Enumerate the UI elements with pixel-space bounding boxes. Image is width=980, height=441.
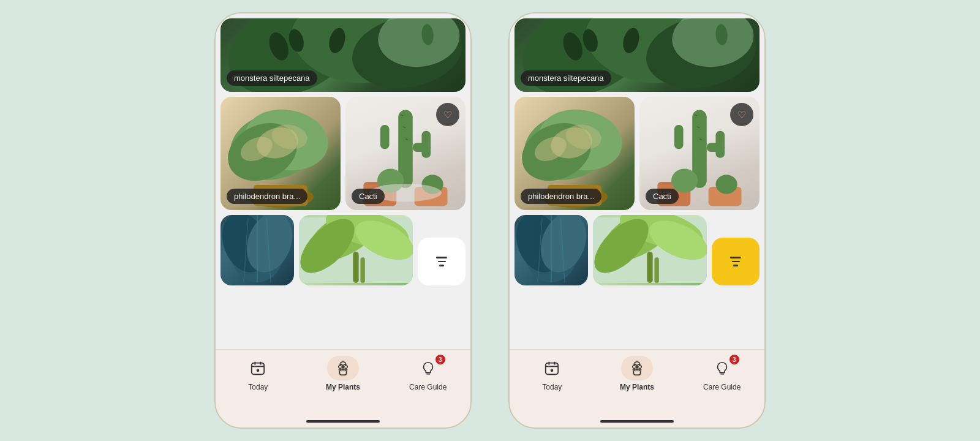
- bottom-nav-2: Today My Plants: [510, 349, 764, 417]
- careguide-label-2: Care Guide: [703, 383, 741, 391]
- row-2-p2: philodendron bra...: [514, 97, 760, 210]
- careguide-label-1: Care Guide: [409, 383, 447, 391]
- home-indicator-2: [600, 420, 674, 423]
- today-icon-2: [544, 360, 560, 376]
- tropical-card[interactable]: [299, 215, 413, 285]
- careguide-icon-2: [714, 360, 730, 376]
- svg-rect-20: [380, 125, 390, 149]
- nav-careguide-1[interactable]: 3 Care Guide: [385, 356, 470, 391]
- svg-rect-42: [252, 363, 264, 375]
- filter-icon-2: [730, 257, 741, 266]
- svg-rect-47: [339, 370, 346, 375]
- nav-today-2[interactable]: Today: [510, 356, 595, 391]
- philodendron-label: philodendron bra...: [227, 189, 307, 204]
- svg-point-100: [551, 369, 554, 372]
- nav-careguide-2[interactable]: 3 Care Guide: [679, 356, 764, 391]
- svg-rect-95: [654, 257, 658, 283]
- heart-icon: ♡: [443, 109, 452, 121]
- phone-frame-2: monstera siltepecana: [508, 12, 766, 429]
- svg-rect-96: [546, 363, 558, 375]
- plant-grid-2: monstera siltepecana: [510, 13, 764, 290]
- row-3: [221, 215, 466, 285]
- careguide-icon-wrap: 3: [412, 356, 444, 380]
- myplants-icon-2: [629, 360, 645, 376]
- home-indicator-1: [306, 420, 380, 423]
- philodendron-card[interactable]: philodendron bra...: [221, 97, 341, 210]
- svg-rect-77: [715, 131, 725, 158]
- today-icon-wrap-2: [536, 356, 568, 380]
- svg-rect-94: [647, 252, 652, 283]
- dracaena-card-2[interactable]: [514, 215, 588, 285]
- today-label-2: Today: [542, 383, 562, 391]
- row-1: monstera siltepecana: [221, 18, 466, 92]
- today-label-1: Today: [248, 383, 268, 391]
- badge-careguide-1: 3: [435, 355, 445, 364]
- svg-point-46: [257, 369, 260, 372]
- today-icon: [250, 360, 266, 376]
- philodendron-card-2[interactable]: philodendron bra...: [514, 97, 635, 210]
- nav-today-1[interactable]: Today: [216, 356, 301, 391]
- myplants-icon-wrap: [327, 356, 359, 380]
- heart-button-cacti-2[interactable]: ♡: [730, 103, 753, 126]
- philodendron-label-2: philodendron bra...: [521, 189, 601, 204]
- monstera-label: monstera siltepecana: [227, 70, 317, 86]
- heart-icon-2: ♡: [737, 109, 746, 121]
- myplants-label-2: My Plants: [620, 383, 654, 391]
- monstera-label-2: monstera siltepecana: [521, 70, 611, 86]
- filter-button-1[interactable]: [418, 238, 466, 285]
- plant-grid-1: monstera siltepecana: [216, 13, 470, 290]
- cacti-label: Cacti: [352, 189, 385, 204]
- svg-rect-75: [674, 125, 684, 149]
- svg-point-81: [671, 168, 698, 192]
- svg-rect-101: [633, 370, 640, 375]
- phone-frame-1: monstera siltepecana: [214, 12, 472, 429]
- cacti-card[interactable]: ♡ Cacti: [345, 97, 466, 210]
- careguide-icon-wrap-2: 3: [706, 356, 738, 380]
- tropical-card-2[interactable]: [593, 215, 707, 285]
- row-2: philodendron bra...: [221, 97, 466, 210]
- myplants-icon-wrap-2: [621, 356, 653, 380]
- svg-point-82: [715, 175, 737, 194]
- filter-icon: [436, 257, 447, 266]
- phone-content-1: monstera siltepecana: [216, 13, 470, 349]
- monstera-card-2[interactable]: monstera siltepecana: [514, 18, 760, 92]
- phone-content-2: monstera siltepecana: [510, 13, 764, 349]
- today-icon-wrap: [242, 356, 274, 380]
- filter-button-2[interactable]: [712, 238, 760, 285]
- dracaena-card[interactable]: [221, 215, 294, 285]
- cacti-label-2: Cacti: [646, 189, 679, 204]
- cacti-card-2[interactable]: ♡ Cacti: [639, 97, 760, 210]
- nav-myplants-1[interactable]: My Plants: [301, 356, 386, 391]
- svg-rect-22: [421, 131, 431, 158]
- careguide-icon: [420, 360, 436, 376]
- badge-careguide-2: 3: [729, 355, 739, 364]
- monstera-card[interactable]: monstera siltepecana: [221, 18, 466, 92]
- nav-myplants-2[interactable]: My Plants: [595, 356, 680, 391]
- row-3-p2: [514, 215, 760, 285]
- myplants-label-1: My Plants: [326, 383, 360, 391]
- heart-button-cacti[interactable]: ♡: [436, 103, 459, 126]
- myplants-icon: [335, 360, 351, 376]
- svg-rect-41: [360, 257, 364, 283]
- svg-rect-40: [353, 252, 358, 283]
- bottom-nav-1: Today My Plants: [216, 349, 470, 417]
- row-1-p2: monstera siltepecana: [514, 18, 760, 92]
